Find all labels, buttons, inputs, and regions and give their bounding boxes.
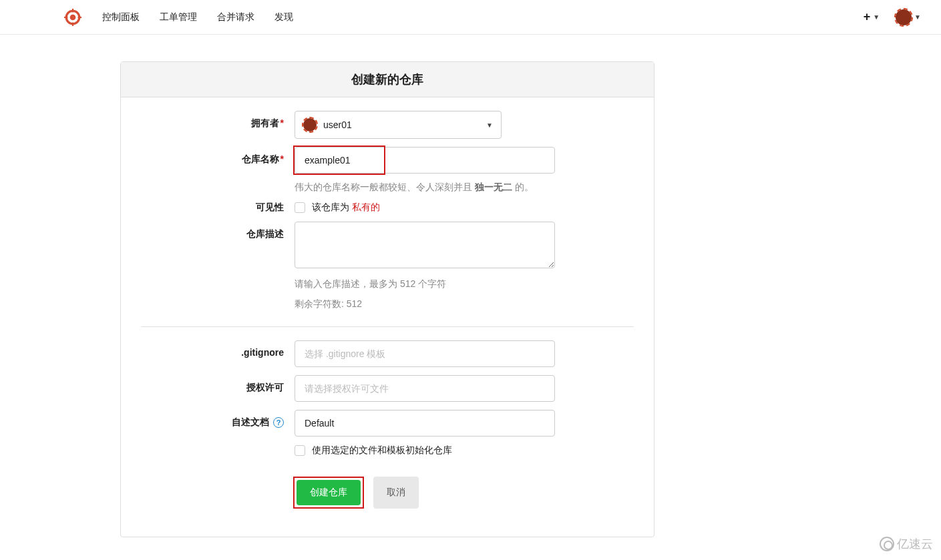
- create-menu[interactable]: + ▼: [864, 10, 880, 24]
- owner-value: user01: [323, 119, 352, 130]
- svg-rect-5: [78, 16, 81, 17]
- gitignore-label: .gitignore: [141, 340, 295, 358]
- row-description: 仓库描述 请输入仓库描述，最多为 512 个字符 剩余字符数: 512: [141, 222, 634, 310]
- owner-label: 拥有者: [141, 111, 295, 129]
- nav-item-pulls[interactable]: 合并请求: [217, 11, 254, 23]
- caret-down-icon: ▼: [914, 13, 921, 21]
- main-content: 创建新的仓库 拥有者 user01 ▼ 仓库名称: [120, 61, 654, 537]
- user-menu[interactable]: ▼: [896, 9, 921, 25]
- form-title: 创建新的仓库: [121, 62, 654, 97]
- row-buttons: 创建仓库 取消: [141, 465, 634, 509]
- create-repo-panel: 创建新的仓库 拥有者 user01 ▼ 仓库名称: [120, 61, 654, 537]
- nav-item-issues[interactable]: 工单管理: [160, 11, 197, 23]
- divider: [141, 326, 634, 327]
- visibility-text: 该仓库为 私有的: [312, 202, 380, 214]
- description-hint: 请输入仓库描述，最多为 512 个字符: [295, 278, 555, 290]
- row-visibility: 可见性 该仓库为 私有的: [141, 202, 634, 214]
- repo-name-input[interactable]: [295, 147, 555, 174]
- navbar: 控制面板 工单管理 合并请求 发现 + ▼ ▼: [0, 0, 941, 35]
- visibility-label: 可见性: [141, 202, 295, 214]
- description-remaining: 剩余字符数: 512: [295, 298, 555, 310]
- description-textarea[interactable]: [295, 222, 555, 268]
- svg-rect-4: [64, 16, 67, 17]
- repo-name-hint: 伟大的仓库名称一般都较短、令人深刻并且 独一无二 的。: [295, 182, 555, 194]
- row-owner: 拥有者 user01 ▼: [141, 111, 634, 139]
- license-input[interactable]: [295, 375, 555, 402]
- row-repo-name-hint: 伟大的仓库名称一般都较短、令人深刻并且 独一无二 的。: [141, 182, 634, 194]
- row-init: 使用选定的文件和模板初始化仓库: [141, 445, 634, 457]
- avatar-icon: [896, 9, 912, 25]
- logo-icon[interactable]: [63, 8, 82, 27]
- highlight-annotation: 创建仓库: [293, 477, 364, 509]
- repo-name-label: 仓库名称: [141, 147, 295, 166]
- row-repo-name: 仓库名称: [141, 147, 634, 174]
- avatar-icon: [303, 118, 317, 131]
- visibility-checkbox[interactable]: [295, 202, 305, 213]
- init-label: 使用选定的文件和模板初始化仓库: [312, 445, 452, 457]
- init-checkbox[interactable]: [295, 445, 305, 456]
- form-body: 拥有者 user01 ▼ 仓库名称: [121, 97, 654, 537]
- owner-dropdown[interactable]: user01 ▼: [295, 111, 502, 139]
- license-label: 授权许可: [141, 375, 295, 394]
- svg-rect-3: [72, 22, 73, 25]
- navbar-left: 控制面板 工单管理 合并请求 发现: [63, 8, 293, 27]
- svg-rect-2: [72, 9, 73, 12]
- create-repo-button[interactable]: 创建仓库: [297, 480, 361, 505]
- readme-label: 自述文档 ?: [141, 410, 295, 429]
- cancel-button[interactable]: 取消: [373, 477, 419, 509]
- description-label: 仓库描述: [141, 222, 295, 240]
- caret-down-icon: ▼: [486, 121, 493, 129]
- row-gitignore: .gitignore: [141, 340, 634, 367]
- help-icon[interactable]: ?: [273, 417, 284, 428]
- row-license: 授权许可: [141, 375, 634, 402]
- watermark: 亿速云: [880, 536, 933, 537]
- nav-item-explore[interactable]: 发现: [274, 11, 293, 23]
- row-readme: 自述文档 ?: [141, 410, 634, 437]
- readme-input[interactable]: [295, 410, 555, 437]
- navbar-right: + ▼ ▼: [864, 9, 921, 25]
- nav-item-dashboard[interactable]: 控制面板: [102, 11, 140, 23]
- watermark-icon: [880, 537, 894, 537]
- plus-icon: +: [864, 10, 871, 24]
- svg-point-1: [70, 14, 76, 20]
- caret-down-icon: ▼: [873, 13, 880, 21]
- gitignore-input[interactable]: [295, 340, 555, 367]
